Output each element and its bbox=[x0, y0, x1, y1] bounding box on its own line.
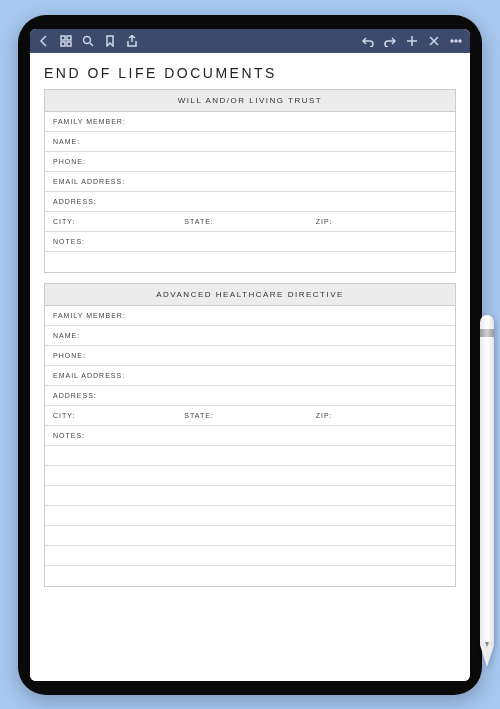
name-label: NAME: bbox=[53, 138, 80, 145]
page-title: END OF LIFE DOCUMENTS bbox=[44, 65, 456, 81]
state-label: STATE: bbox=[184, 218, 213, 225]
section-healthcare-directive: ADVANCED HEALTHCARE DIRECTIVE FAMILY MEM… bbox=[44, 283, 456, 587]
document-page: END OF LIFE DOCUMENTS WILL AND/OR LIVING… bbox=[30, 53, 470, 681]
note-line[interactable] bbox=[45, 546, 455, 566]
section-will-trust: WILL AND/OR LIVING TRUST FAMILY MEMBER: … bbox=[44, 89, 456, 273]
field-row[interactable]: FAMILY MEMBER: bbox=[45, 306, 455, 326]
toolbar-left-group bbox=[38, 35, 138, 47]
field-row[interactable]: NAME: bbox=[45, 326, 455, 346]
undo-icon[interactable] bbox=[362, 35, 374, 47]
note-line[interactable] bbox=[45, 466, 455, 486]
field-row-city-state-zip[interactable]: CITY: STATE: ZIP: bbox=[45, 212, 455, 232]
note-line[interactable] bbox=[45, 486, 455, 506]
stylus-pencil bbox=[480, 315, 494, 705]
field-row[interactable]: EMAIL ADDRESS: bbox=[45, 172, 455, 192]
name-label: NAME: bbox=[53, 332, 80, 339]
field-row[interactable]: NOTES: bbox=[45, 426, 455, 446]
svg-rect-0 bbox=[61, 36, 65, 40]
field-row[interactable]: NOTES: bbox=[45, 232, 455, 252]
field-row[interactable]: PHONE: bbox=[45, 152, 455, 172]
back-icon[interactable] bbox=[38, 35, 50, 47]
notes-label: NOTES: bbox=[53, 432, 85, 439]
tablet-screen: END OF LIFE DOCUMENTS WILL AND/OR LIVING… bbox=[30, 29, 470, 681]
city-label: CITY: bbox=[53, 218, 76, 225]
tablet-frame: END OF LIFE DOCUMENTS WILL AND/OR LIVING… bbox=[18, 15, 482, 695]
field-row[interactable]: EMAIL ADDRESS: bbox=[45, 366, 455, 386]
field-row[interactable]: PHONE: bbox=[45, 346, 455, 366]
svg-point-6 bbox=[455, 40, 457, 42]
notes-lines[interactable] bbox=[45, 446, 455, 586]
notes-label: NOTES: bbox=[53, 238, 85, 245]
svg-point-4 bbox=[84, 36, 91, 43]
pencil-body bbox=[480, 315, 494, 645]
note-line[interactable] bbox=[45, 252, 455, 272]
svg-rect-3 bbox=[67, 42, 71, 46]
phone-label: PHONE: bbox=[53, 352, 86, 359]
note-line[interactable] bbox=[45, 506, 455, 526]
note-line[interactable] bbox=[45, 526, 455, 546]
pencil-tip bbox=[480, 645, 494, 667]
svg-rect-2 bbox=[61, 42, 65, 46]
family-member-label: FAMILY MEMBER: bbox=[53, 118, 126, 125]
more-icon[interactable] bbox=[450, 35, 462, 47]
section-heading: WILL AND/OR LIVING TRUST bbox=[45, 90, 455, 112]
notes-lines[interactable] bbox=[45, 252, 455, 272]
zip-label: ZIP: bbox=[316, 412, 333, 419]
field-row[interactable]: NAME: bbox=[45, 132, 455, 152]
city-label: CITY: bbox=[53, 412, 76, 419]
phone-label: PHONE: bbox=[53, 158, 86, 165]
note-line[interactable] bbox=[45, 446, 455, 466]
zip-label: ZIP: bbox=[316, 218, 333, 225]
email-label: EMAIL ADDRESS: bbox=[53, 372, 125, 379]
app-toolbar bbox=[30, 29, 470, 53]
address-label: ADDRESS: bbox=[53, 392, 97, 399]
svg-point-7 bbox=[459, 40, 461, 42]
state-label: STATE: bbox=[184, 412, 213, 419]
toolbar-right-group bbox=[362, 35, 462, 47]
redo-icon[interactable] bbox=[384, 35, 396, 47]
note-line[interactable] bbox=[45, 566, 455, 586]
close-icon[interactable] bbox=[428, 35, 440, 47]
field-row[interactable]: ADDRESS: bbox=[45, 192, 455, 212]
address-label: ADDRESS: bbox=[53, 198, 97, 205]
grid-icon[interactable] bbox=[60, 35, 72, 47]
family-member-label: FAMILY MEMBER: bbox=[53, 312, 126, 319]
bookmark-icon[interactable] bbox=[104, 35, 116, 47]
pencil-nib bbox=[485, 642, 489, 647]
field-row-city-state-zip[interactable]: CITY: STATE: ZIP: bbox=[45, 406, 455, 426]
svg-point-5 bbox=[451, 40, 453, 42]
share-icon[interactable] bbox=[126, 35, 138, 47]
svg-rect-1 bbox=[67, 36, 71, 40]
field-row[interactable]: FAMILY MEMBER: bbox=[45, 112, 455, 132]
section-heading: ADVANCED HEALTHCARE DIRECTIVE bbox=[45, 284, 455, 306]
email-label: EMAIL ADDRESS: bbox=[53, 178, 125, 185]
pencil-band bbox=[480, 329, 494, 337]
search-icon[interactable] bbox=[82, 35, 94, 47]
field-row[interactable]: ADDRESS: bbox=[45, 386, 455, 406]
add-icon[interactable] bbox=[406, 35, 418, 47]
